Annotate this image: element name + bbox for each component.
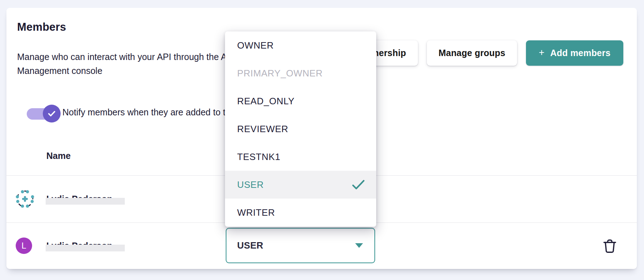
member-name: Lydia Pederson (46, 193, 112, 205)
role-dropdown-panel: OWNER PRIMARY_OWNER READ_ONLY REVIEWER T… (225, 31, 376, 227)
role-option-owner[interactable]: OWNER (225, 31, 376, 59)
role-option-user-label: USER (237, 179, 264, 190)
page: { "card": { "title": "Members", "subtitl… (0, 0, 644, 280)
role-select[interactable]: USER (226, 228, 375, 263)
group-dots-avatar-icon (16, 190, 34, 208)
selected-check-icon (351, 179, 366, 190)
role-select-value: USER (237, 240, 263, 251)
toggle-thumb (43, 105, 61, 122)
add-members-button[interactable]: + Add members (526, 40, 623, 66)
manage-groups-button[interactable]: Manage groups (427, 40, 517, 66)
role-option-writer[interactable]: WRITER (225, 199, 376, 226)
role-option-testnk1[interactable]: TESTNK1 (225, 143, 376, 171)
role-option-primary-owner: PRIMARY_OWNER (225, 59, 376, 87)
role-option-user[interactable]: USER (225, 171, 376, 199)
name-column-header: Name (46, 151, 71, 161)
check-icon (47, 109, 56, 118)
page-title: Members (17, 21, 66, 34)
chevron-down-icon (355, 243, 363, 248)
delete-member-button[interactable] (601, 238, 618, 255)
role-option-read-only[interactable]: READ_ONLY (225, 87, 376, 115)
plus-icon: + (539, 47, 545, 58)
trash-icon (602, 238, 618, 254)
role-option-reviewer[interactable]: REVIEWER (225, 115, 376, 143)
avatar: L (16, 238, 32, 254)
add-members-label: Add members (550, 48, 610, 58)
notify-toggle[interactable] (27, 105, 59, 122)
page-subtitle: Manage who can interact with your API th… (17, 50, 260, 78)
member-name: Lydia Pederson (46, 240, 112, 252)
notify-toggle-label: Notify members when they are added to th… (62, 107, 252, 118)
